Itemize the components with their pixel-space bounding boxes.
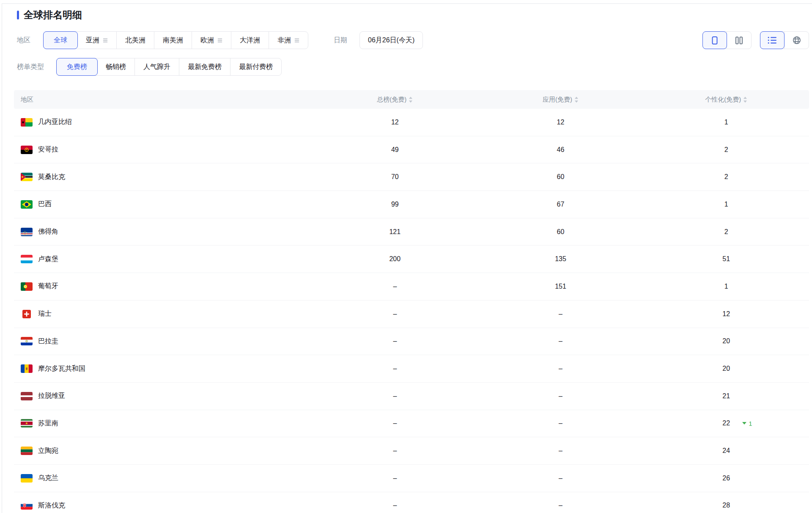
type-tab-label: 免费榜 [67, 63, 87, 72]
table-row[interactable]: 卢森堡20013551 [14, 245, 809, 273]
sort-icon [574, 97, 579, 103]
rank-value: 46 [557, 146, 565, 154]
country-name: 莫桑比克 [38, 173, 65, 182]
personalized-free-cell: 20 [643, 365, 809, 372]
personalized-free-cell: 12 [643, 310, 809, 318]
rank-value: – [559, 392, 562, 400]
rank-value: 60 [557, 228, 565, 236]
flag-sk-icon [21, 501, 33, 510]
globe-view-button[interactable] [784, 32, 809, 49]
flag-pt-icon [21, 282, 33, 291]
rank-value: 22 [722, 419, 730, 427]
type-tab-new-free[interactable]: 最新免费榜 [179, 58, 230, 75]
region-tab-label: 欧洲 [200, 36, 214, 45]
country-name: 立陶宛 [38, 447, 58, 455]
country-name: 巴拉圭 [38, 337, 58, 346]
rank-value: 24 [722, 447, 730, 455]
country-cell: 安哥拉 [14, 145, 312, 154]
total-free-cell: 49 [312, 146, 478, 154]
rank-value: 28 [722, 502, 730, 509]
country-name: 佛得角 [38, 227, 58, 236]
region-tab-label: 全球 [54, 36, 67, 45]
table-row[interactable]: 斯洛伐克––28 [14, 492, 809, 513]
table-row[interactable]: 安哥拉49462 [14, 136, 809, 164]
country-cell: 拉脱维亚 [14, 392, 312, 400]
region-tab-label: 大洋洲 [240, 36, 260, 45]
table-row[interactable]: 几内亚比绍12121 [14, 109, 809, 136]
list-view-button[interactable] [760, 31, 785, 49]
region-tab-south-america[interactable]: 南美洲 [154, 32, 192, 49]
country-name: 安哥拉 [38, 145, 58, 154]
country-cell: 莫桑比克 [14, 173, 312, 182]
columns-view-button[interactable] [727, 32, 751, 49]
rank-value: 135 [555, 255, 566, 263]
global-ranking-panel: 全球排名明细 地区 全球亚洲北美洲南美洲欧洲大洋洲非洲 日期 06月26日(今天… [0, 0, 812, 513]
panel-title-row: 全球排名明细 [17, 0, 809, 22]
region-tab-africa[interactable]: 非洲 [269, 32, 308, 49]
total-free-cell: – [312, 365, 478, 372]
region-tab-north-america[interactable]: 北美洲 [116, 32, 154, 49]
type-tab-trending[interactable]: 人气蹿升 [134, 58, 179, 75]
country-name: 巴西 [38, 200, 52, 209]
country-name: 拉脱维亚 [38, 392, 65, 400]
country-cell: 斯洛伐克 [14, 501, 312, 510]
flag-py-icon [21, 337, 33, 345]
rank-value: 2 [724, 173, 728, 181]
app-free-cell: 151 [478, 283, 644, 290]
column-header-app-free[interactable]: 应用(免费) [478, 96, 644, 104]
personalized-free-cell: 21 [643, 392, 809, 400]
table-row[interactable]: 巴拉圭––20 [14, 328, 809, 356]
type-tab-free[interactable]: 免费榜 [56, 58, 98, 76]
rank-value: 20 [722, 365, 730, 372]
content-mode-group [760, 31, 809, 49]
type-tab-grossing[interactable]: 畅销榜 [97, 58, 134, 75]
table-row[interactable]: 瑞士––12 [14, 301, 809, 328]
rank-value: – [559, 419, 562, 427]
table-row[interactable]: 莫桑比克70602 [14, 163, 809, 191]
personalized-free-cell: 51 [643, 255, 809, 263]
rank-value: 49 [391, 146, 399, 154]
personalized-free-cell: 1 [643, 119, 809, 126]
rank-value: 2 [724, 228, 728, 236]
rank-value: 12 [391, 119, 399, 126]
table-row[interactable]: 拉脱维亚––21 [14, 383, 809, 410]
phone-view-button[interactable] [702, 31, 727, 49]
rank-value: 1 [724, 283, 728, 290]
flag-ua-icon [21, 474, 33, 483]
country-cell: 乌克兰 [14, 474, 312, 483]
rank-value: 60 [557, 173, 565, 181]
date-picker-button[interactable]: 06月26日(今天) [359, 31, 423, 49]
country-cell: 苏里南 [14, 419, 312, 428]
country-cell: 卢森堡 [14, 255, 312, 264]
region-tab-europe[interactable]: 欧洲 [192, 32, 231, 49]
column-header-personalized-free[interactable]: 个性化(免费) [643, 96, 809, 104]
table-row[interactable]: 苏里南––221 [14, 410, 809, 438]
rank-value: 2 [724, 146, 728, 154]
rank-value: 51 [722, 255, 730, 263]
flag-lt-icon [21, 447, 33, 455]
app-free-cell: – [478, 392, 644, 400]
type-tab-new-paid[interactable]: 最新付费榜 [230, 58, 281, 75]
region-tab-oceania[interactable]: 大洋洲 [231, 32, 269, 49]
rank-value: 12 [722, 310, 730, 318]
app-free-cell: – [478, 365, 644, 372]
column-header-label: 个性化(免费) [705, 96, 741, 104]
rank-value: 70 [391, 173, 399, 181]
rank-value: – [559, 337, 562, 345]
table-row[interactable]: 摩尔多瓦共和国––20 [14, 355, 809, 383]
region-tab-asia[interactable]: 亚洲 [77, 32, 116, 49]
table-row[interactable]: 佛得角121602 [14, 218, 809, 246]
region-tab-global[interactable]: 全球 [43, 31, 78, 49]
rank-value: 21 [722, 392, 730, 400]
table-row[interactable]: 乌克兰––26 [14, 465, 809, 492]
title-accent-bar [17, 11, 19, 19]
caret-down-icon [742, 422, 746, 425]
type-tab-label: 最新免费榜 [188, 63, 222, 72]
column-header-total-free[interactable]: 总榜(免费) [312, 96, 478, 104]
table-row[interactable]: 巴西99671 [14, 191, 809, 218]
table-row[interactable]: 立陶宛––24 [14, 437, 809, 465]
table-row[interactable]: 葡萄牙–1511 [14, 273, 809, 301]
rank-value: – [393, 392, 397, 400]
country-cell: 立陶宛 [14, 447, 312, 455]
rank-value: 200 [389, 255, 401, 263]
